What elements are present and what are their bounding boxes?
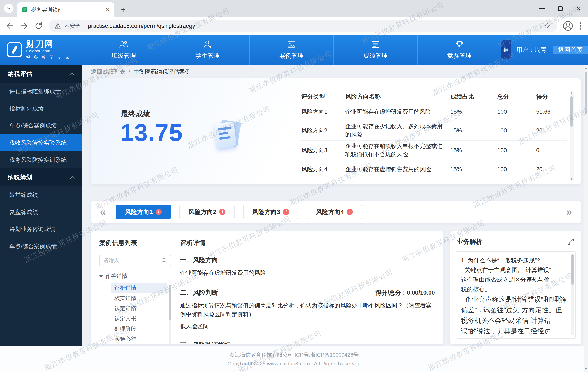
tab-close-icon[interactable] [105,7,110,13]
tree-item[interactable]: 处理阶段 [111,324,167,334]
users-icon [119,40,128,49]
analysis-scrollbar[interactable] [571,254,574,335]
tab-risk-direction-2[interactable]: 风险方向2 [179,205,235,219]
main-content: 返回成绩列表 / 中衡医药纳税评估案例 最终成绩 13.75 评分类型 风险方向… [82,65,588,346]
scrollbar-thumb[interactable] [570,96,573,127]
bookmark-star-icon[interactable] [544,22,551,29]
brand-mark-icon [7,42,22,57]
tree-scrollbar[interactable] [169,285,171,344]
expand-icon[interactable] [567,238,575,245]
brand-logo[interactable]: 财刀网 Caidao8.com 税 务 教 学 专 家 [0,35,82,65]
search-input[interactable] [103,257,159,264]
return-home-button[interactable]: 返回首页 [553,46,588,54]
tabs-next-icon[interactable] [566,207,572,217]
column-header: 成绩占比 [450,92,497,101]
nav-item-grade-management[interactable]: 成绩管理 [333,35,417,65]
sidebar-item[interactable]: 随堂练成绩 [0,186,82,203]
tab-risk-direction-1[interactable]: 风险方向1 [116,205,171,219]
new-tab-button[interactable] [118,4,129,15]
case-info-panel: 案例信息列表 作答详情 评析详情 核实详情 [99,239,171,337]
page-scrollbar[interactable] [584,65,588,372]
chevron-up-icon [70,73,74,77]
cell-score-type: 风险方向1 [301,108,345,116]
cell-score-type: 风险方向3 [301,146,345,154]
back-icon[interactable] [6,22,14,30]
section2-heading: 二、风险判断 [180,288,218,297]
section2-body: 通过指标测算情况与预警值的偏离度对比分析，你认为该指标的风险处于哪个风险区间？（… [180,301,435,319]
content-row: 纳税评估 评估指标随堂练成绩 指标测评成绩 单点/综合案例成绩 税收风险管控实验… [0,65,588,346]
analysis-line: 1. 为什么不是“一般税务违规”? [461,256,566,265]
minimize-icon [539,8,545,9]
scroll-down-icon[interactable] [570,176,573,181]
section1-body: 企业可能存在虚增研发费用的风险 [180,268,435,277]
tree-item-active[interactable]: 评析详情 [111,283,167,293]
sidebar-item[interactable]: 单点/综合案例成绩 [0,238,82,255]
nav-label: 学生管理 [195,52,220,60]
browser-chrome: 税务实训软件 不安全 practise.caidao8.com/perm/qsi… [0,0,588,35]
tab-list-button[interactable] [4,4,13,13]
address-bar[interactable]: 不安全 practise.caidao8.com/perm/qsinglestr… [49,20,557,32]
table-scrollbar[interactable] [570,90,574,181]
analysis-line: 风险提示、企业回复（约谈）和 [461,337,566,339]
cell-total: 100 [497,165,536,173]
user-label[interactable]: 用户：周青 [516,46,547,54]
maximize-button[interactable] [551,0,570,17]
table-row: 风险方向4 企业可能存在虚增销售费用的风险 15% 100 20 [301,160,567,178]
sidebar-item[interactable]: 筹划业务咨询成绩 [0,221,82,238]
brand-title: 财刀网 [26,40,70,49]
nav-item-competition-management[interactable]: 竞赛管理 [417,35,501,65]
info-icon[interactable] [156,209,162,215]
sidebar-item[interactable]: 复盘练成绩 [0,203,82,221]
tab-risk-direction-3[interactable]: 风险方向3 [243,205,298,219]
info-icon[interactable] [219,209,225,215]
scrollbar-thumb[interactable] [169,285,171,320]
column-header: 总分 [497,92,536,101]
section3-heading: 三、风险验证指标 [180,341,435,344]
forward-icon[interactable] [20,22,29,30]
browser-tab[interactable]: 税务实训软件 [17,2,114,17]
analysis-header: 业务解析 [456,237,576,246]
refresh-icon[interactable] [34,22,43,30]
sidebar-item[interactable]: 评估指标随堂练成绩 [0,83,82,100]
sidebar-item[interactable]: 税务风险防控实训系统 [0,151,82,169]
nav-item-class-management[interactable]: 班级管理 [82,35,166,65]
tree-item[interactable]: 核实详情 [111,293,167,303]
info-icon[interactable] [283,209,289,215]
tab-risk-direction-4[interactable]: 风险方向4 [307,205,362,219]
tab-strip: 税务实训软件 [0,0,588,17]
sidebar-section-tax-planning[interactable]: 纳税筹划 [0,169,82,186]
partial-button[interactable]: 额 [501,40,511,59]
nav-item-student-management[interactable]: 学生管理 [166,35,250,65]
close-button[interactable] [570,0,588,17]
minimize-button[interactable] [533,0,551,17]
tree-root-node[interactable]: 作答详情 [99,272,167,280]
top-nav: 财刀网 Caidao8.com 税 务 教 学 专 家 班级管理 学生管理 案例… [0,35,588,65]
scroll-up-icon[interactable] [570,90,573,95]
tree-item[interactable]: 实验心得 [111,334,167,344]
search-icon[interactable] [161,257,167,263]
breadcrumb-current: 中衡医药纳税评估案例 [134,68,191,76]
tree-item[interactable]: 教师点评 [111,344,167,344]
analysis-text-box[interactable]: 1. 为什么不是“一般税务违规”? 关键点在于主观意图。“计算错误” 这个理由能… [456,251,576,339]
column-header: 评分类型 [301,92,345,101]
browser-menu-icon[interactable] [579,22,582,30]
sidebar-section-tax-assessment[interactable]: 纳税评估 [0,65,82,83]
bottom-row: 案例信息列表 作答详情 评析详情 核实详情 [91,231,581,344]
window-controls [533,0,588,17]
tree-item[interactable]: 认定文书 [111,314,167,323]
sidebar-item[interactable]: 指标测评成绩 [0,100,82,117]
breadcrumb-back-link[interactable]: 返回成绩列表 [91,68,125,76]
scroll-down-icon[interactable] [584,366,588,372]
nav-item-case-management[interactable]: 案例管理 [250,35,333,65]
sidebar-item[interactable]: 单点/综合案例成绩 [0,117,82,134]
cell-weight: 15% [450,126,497,135]
profile-avatar-icon[interactable] [563,20,573,31]
info-icon[interactable] [347,209,353,215]
sidebar-item-active[interactable]: 税收风险管控实验系统 [0,134,82,151]
tabs-prev-icon[interactable] [100,207,106,217]
tree-item[interactable]: 认定详情 [111,303,167,313]
scroll-up-icon[interactable] [584,65,588,71]
scrollbar-thumb[interactable] [585,72,587,114]
score-card: 最终成绩 13.75 评分类型 风险方向名称 成绩占比 总分 得分 风险方向 [91,78,581,184]
scrollbar-thumb[interactable] [571,254,574,285]
